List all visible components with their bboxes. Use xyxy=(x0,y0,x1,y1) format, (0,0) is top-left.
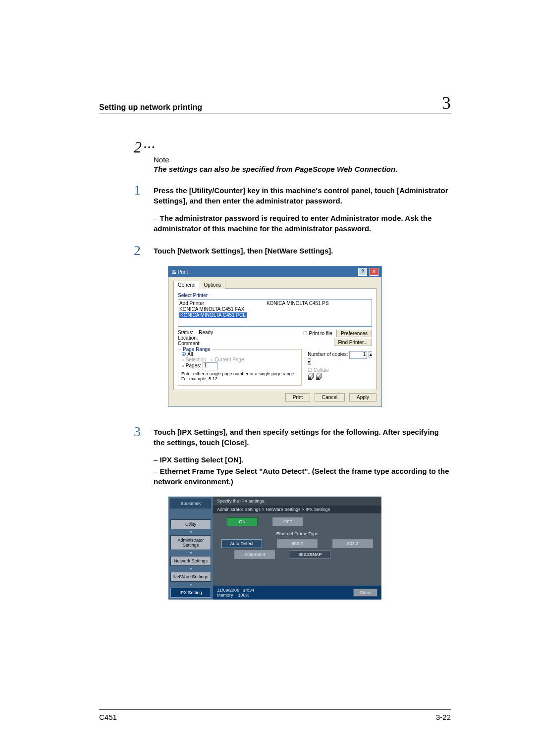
sidebar-network-settings[interactable]: Network Settings xyxy=(170,556,211,566)
copies-label: Number of copies: xyxy=(308,352,348,357)
opt-8023[interactable]: 802.3 xyxy=(332,539,373,548)
apply-button[interactable]: Apply xyxy=(349,393,376,402)
close-icon[interactable]: × xyxy=(370,268,378,276)
range-pages-radio[interactable]: Pages: xyxy=(181,363,201,368)
print-button[interactable]: Print xyxy=(285,393,311,402)
printer-icon: 🖶 xyxy=(171,269,178,275)
step-3-text: Touch [IPX Settings], and then specify s… xyxy=(154,427,451,448)
add-printer-item[interactable]: Add Printer xyxy=(179,301,247,306)
status-label: Status: xyxy=(178,330,193,335)
print-dialog: 🖶 Print ? × GeneralOptions Select Printe… xyxy=(168,266,382,407)
step-3-sub1: IPX Setting Select [ON]. xyxy=(154,454,451,465)
off-button[interactable]: OFF xyxy=(272,517,303,526)
breadcrumb: Administrator Settings > NetWare Setting… xyxy=(213,505,381,513)
on-button[interactable]: ON xyxy=(227,517,258,526)
range-current-radio: Current Page xyxy=(210,357,244,362)
arrow-down-icon: ▾ xyxy=(170,530,211,534)
location-label: Location: xyxy=(178,335,213,341)
cancel-button[interactable]: Cancel xyxy=(315,393,345,402)
comment-label: Comment: xyxy=(178,341,213,346)
tab-general[interactable]: General xyxy=(173,281,200,289)
help-icon[interactable]: ? xyxy=(358,268,367,276)
panel-time: 14:34 xyxy=(243,588,255,593)
note-number: 2 xyxy=(134,138,142,156)
step-2-text: Touch [Network Settings], then [NetWare … xyxy=(154,246,451,256)
step-1-number: 1 xyxy=(134,182,141,198)
preferences-button[interactable]: Preferences xyxy=(336,330,372,337)
section-title: Setting up network printing xyxy=(99,103,202,112)
footer-page: 3-22 xyxy=(436,713,451,721)
status-value: Ready xyxy=(199,330,213,335)
collate-checkbox: Collate xyxy=(308,367,329,373)
panel-memory-value: 100% xyxy=(238,593,250,598)
range-selection-radio: Selection xyxy=(181,357,206,362)
note-text: The settings can also be specified from … xyxy=(154,165,451,173)
pages-input[interactable]: 1 xyxy=(203,362,217,370)
footer-model: C451 xyxy=(99,713,117,721)
collate-icon: 🗐 🗐 xyxy=(308,373,372,381)
step-1-text: Press the [Utility/Counter] key in this … xyxy=(154,185,451,206)
opt-ethernet2[interactable]: Ethernet II xyxy=(234,550,275,559)
find-printer-button[interactable]: Find Printer... xyxy=(334,339,372,346)
printer-pcl-item[interactable]: KONICA MINOLTA C451 PCL xyxy=(179,312,247,318)
step-3-sub2: Ethernet Frame Type Select "Auto Detect"… xyxy=(154,466,451,487)
panel-memory-label: Memory xyxy=(217,593,233,598)
copies-input[interactable]: 1 xyxy=(349,351,367,359)
arrow-down-icon: ▾ xyxy=(170,567,211,571)
dialog-title: Print xyxy=(178,269,188,275)
arrow-down-icon: ▾ xyxy=(170,583,211,587)
step-2-number: 2 xyxy=(134,243,141,258)
tab-options[interactable]: Options xyxy=(200,281,225,289)
opt-snap[interactable]: 802.2SNAP xyxy=(290,550,330,559)
frame-type-label: Ethernet Frame Type xyxy=(217,531,377,536)
sidebar-bookmark[interactable]: Bookmark xyxy=(170,499,211,508)
note-label: Note xyxy=(154,155,451,164)
pages-hint: Enter either a single page number or a s… xyxy=(181,371,298,381)
chapter-number: 3 xyxy=(442,94,451,112)
sidebar-netware-settings[interactable]: NetWare Settings xyxy=(170,572,211,582)
printer-fax-item[interactable]: KONICA MINOLTA C451 FAX xyxy=(179,306,247,312)
step-1-subtext: The administrator password is required t… xyxy=(154,213,451,234)
opt-8022[interactable]: 802.2 xyxy=(277,539,318,548)
sidebar-ipx-setting[interactable]: IPX Setting xyxy=(170,588,211,598)
sidebar-admin-settings[interactable]: Administrator Settings xyxy=(170,535,211,550)
printer-ps-item[interactable]: KONICA MINOLTA C451 PS xyxy=(267,301,329,306)
arrow-down-icon: ▾ xyxy=(170,551,211,555)
panel-instruction: Specify the IPX settings. xyxy=(213,497,381,505)
opt-auto-detect[interactable]: Auto Detect xyxy=(221,539,262,548)
range-all-radio[interactable]: All xyxy=(181,352,298,357)
step-3-number: 3 xyxy=(134,424,141,440)
page-range-legend: Page Range xyxy=(181,347,212,352)
note-dots-icon: ... xyxy=(144,138,156,151)
print-to-file-checkbox[interactable]: Print to file xyxy=(303,331,332,336)
select-printer-label: Select Printer xyxy=(178,293,372,298)
close-button[interactable]: Close xyxy=(353,589,377,597)
sidebar-utility[interactable]: Utility xyxy=(170,519,211,529)
panel-date: 11/09/2006 xyxy=(217,588,239,593)
touch-panel: Bookmark Utility ▾ Administrator Setting… xyxy=(168,497,381,600)
